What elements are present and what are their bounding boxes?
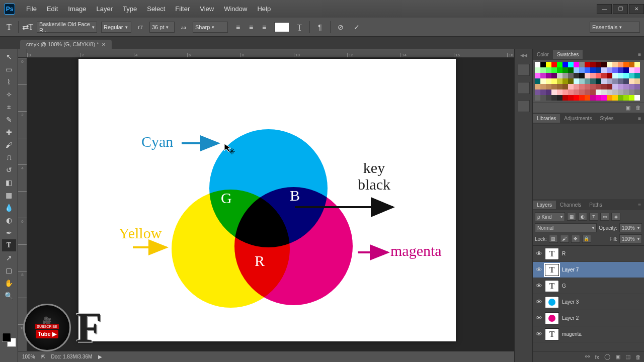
visibility-icon[interactable]: 👁 [533, 314, 545, 322]
swatch[interactable] [596, 95, 601, 101]
swatch[interactable] [585, 62, 590, 67]
swatch[interactable] [557, 95, 562, 101]
layer-thumb[interactable]: T [545, 328, 559, 340]
libraries-tab[interactable]: Libraries [533, 114, 560, 123]
swatch[interactable] [601, 78, 607, 84]
swatch[interactable] [601, 84, 607, 89]
swatch[interactable] [546, 62, 551, 67]
layers-tab[interactable]: Layers [533, 201, 556, 209]
swatch[interactable] [574, 73, 579, 78]
swatch[interactable] [551, 84, 557, 89]
wand-tool-icon[interactable]: ✧ [2, 88, 16, 101]
move-tool-icon[interactable]: ↖ [2, 51, 16, 63]
swatch[interactable] [535, 84, 540, 89]
lock-image-icon[interactable]: 🖌 [560, 235, 569, 243]
layer-thumb[interactable]: T [545, 264, 559, 276]
canvas[interactable]: G B R Cyan Yellow magenta keyblack [78, 59, 456, 341]
link-layers-icon[interactable]: ⚯ [585, 353, 590, 360]
crop-tool-icon[interactable]: ⌗ [2, 101, 16, 113]
swatch[interactable] [590, 73, 596, 78]
menu-layer[interactable]: Layer [92, 3, 118, 15]
swatch[interactable] [612, 89, 618, 95]
swatch[interactable] [623, 95, 629, 101]
swatch[interactable] [596, 89, 601, 95]
visibility-icon[interactable]: 👁 [533, 250, 545, 257]
channels-tab[interactable]: Channels [556, 201, 585, 209]
swatch[interactable] [590, 95, 596, 101]
menu-select[interactable]: Select [142, 3, 170, 15]
swatch[interactable] [623, 84, 629, 89]
character-panel-icon[interactable]: ¶ [314, 21, 326, 33]
swatch[interactable] [579, 73, 585, 78]
layer-mask-icon[interactable]: ◯ [604, 353, 610, 360]
swatch[interactable] [562, 62, 568, 67]
swatch[interactable] [562, 95, 568, 101]
commit-icon[interactable]: ✓ [351, 21, 363, 33]
menu-help[interactable]: Help [252, 3, 276, 15]
swatch[interactable] [557, 73, 562, 78]
swatch[interactable] [557, 84, 562, 89]
dock-icon-2[interactable] [518, 82, 530, 94]
maximize-button[interactable]: ❐ [613, 4, 628, 14]
shape-tool-icon[interactable]: ▢ [2, 264, 16, 277]
swatch[interactable] [629, 89, 634, 95]
new-layer-icon[interactable]: ◫ [625, 353, 630, 360]
swatch[interactable] [623, 78, 629, 84]
swatch[interactable] [568, 95, 574, 101]
swatch[interactable] [618, 62, 623, 67]
swatch[interactable] [585, 84, 590, 89]
antialias-dropdown[interactable]: Sharp [193, 22, 228, 33]
swatch[interactable] [568, 78, 574, 84]
swatch[interactable] [634, 84, 640, 89]
swatches-tab[interactable]: Swatches [553, 50, 583, 59]
swatch[interactable] [590, 89, 596, 95]
color-tab[interactable]: Color [533, 50, 553, 59]
document-tab[interactable]: cmyk @ 100% (G, CMYK/8) * ✕ [20, 40, 112, 49]
swatch[interactable] [618, 78, 623, 84]
swatch[interactable] [623, 89, 629, 95]
styles-tab[interactable]: Styles [596, 114, 617, 123]
swatch[interactable] [546, 95, 551, 101]
swatch[interactable] [540, 73, 546, 78]
minimize-button[interactable]: — [597, 4, 612, 14]
close-button[interactable]: ✕ [629, 4, 644, 14]
swatch[interactable] [540, 95, 546, 101]
swatch[interactable] [590, 62, 596, 67]
swatch[interactable] [546, 67, 551, 73]
blend-mode-dropdown[interactable]: Normal [535, 223, 597, 232]
swatch[interactable] [546, 78, 551, 84]
font-family-dropdown[interactable]: Baskerville Old Face R... [37, 22, 97, 33]
warp-text-icon[interactable]: T̰ [293, 21, 305, 33]
swatch[interactable] [629, 73, 634, 78]
swatch[interactable] [612, 78, 618, 84]
swatch[interactable] [568, 84, 574, 89]
swatch[interactable] [540, 84, 546, 89]
menu-window[interactable]: Window [219, 3, 252, 15]
filter-smart-icon[interactable]: ◈ [611, 213, 620, 221]
adjustments-tab[interactable]: Adjustments [560, 114, 596, 123]
swatch[interactable] [574, 67, 579, 73]
swatch[interactable] [623, 73, 629, 78]
swatch[interactable] [557, 67, 562, 73]
swatch[interactable] [574, 62, 579, 67]
layer-thumb[interactable]: T [545, 280, 559, 292]
filter-type-icon[interactable]: T [589, 213, 598, 221]
swatch[interactable] [535, 89, 540, 95]
swatch[interactable] [546, 73, 551, 78]
swatch[interactable] [585, 89, 590, 95]
horizontal-ruler[interactable]: 024681012141618202224262830 [27, 49, 514, 58]
fill-field[interactable]: 100% [619, 234, 642, 243]
align-center-icon[interactable]: ≡ [245, 21, 257, 33]
text-color-swatch[interactable] [274, 22, 289, 32]
new-group-icon[interactable]: ▣ [615, 353, 620, 360]
swatch[interactable] [535, 95, 540, 101]
swatch[interactable] [607, 62, 612, 67]
menu-type[interactable]: Type [118, 3, 142, 15]
foreground-color[interactable] [2, 333, 11, 342]
menu-filter[interactable]: Filter [170, 3, 195, 15]
swatch[interactable] [634, 73, 640, 78]
swatch[interactable] [596, 73, 601, 78]
lock-all-icon[interactable]: 🔒 [582, 235, 591, 243]
swatch[interactable] [551, 67, 557, 73]
dock-collapse-icon[interactable]: ◀◀ [520, 53, 527, 58]
